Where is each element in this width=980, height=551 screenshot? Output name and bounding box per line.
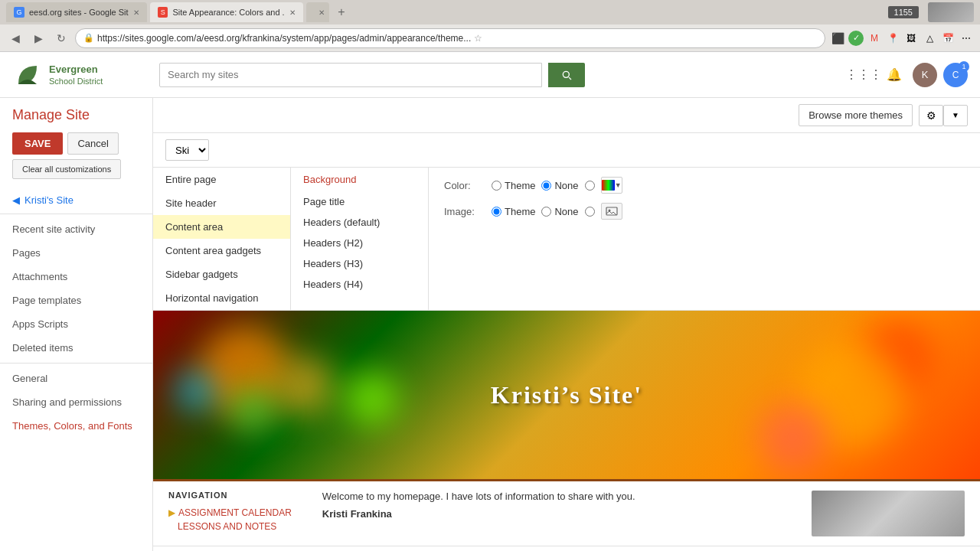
section-content-gadgets[interactable]: Content area gadgets — [153, 239, 290, 262]
sidebar-item-page-templates[interactable]: Page templates — [0, 289, 152, 312]
nav-bar: ◀ ▶ ↻ 🔒 https://sites.google.com/a/eesd.… — [0, 24, 980, 52]
page-layout: Evergreen School District ⋮⋮⋮ 🔔 K C 1 — [0, 52, 980, 551]
check-icon[interactable]: ✓ — [848, 31, 864, 46]
option-headers-h4[interactable]: Headers (H4) — [291, 274, 428, 295]
image-theme-option[interactable]: Theme — [492, 206, 535, 217]
sidebar-item-sharing[interactable]: Sharing and permissions — [0, 390, 152, 414]
ski-selector[interactable]: Ski — [165, 139, 209, 161]
color-none-radio[interactable] — [541, 181, 551, 191]
tab-1[interactable]: G eesd.org sites - Google Sites ✕ — [6, 2, 147, 22]
calendar-icon[interactable]: 📅 — [940, 31, 956, 46]
tab-3-close[interactable]: ✕ — [318, 8, 325, 17]
nav-link-2[interactable]: LESSONS AND NOTES — [178, 520, 292, 533]
section-site-header[interactable]: Site header — [153, 191, 290, 215]
option-headers-h2[interactable]: Headers (H2) — [291, 233, 428, 253]
tab-bar: G eesd.org sites - Google Sites ✕ S Site… — [0, 0, 980, 24]
sidebar-item-pages[interactable]: Pages — [0, 241, 152, 265]
tab-1-label: eesd.org sites - Google Sites — [29, 8, 129, 17]
image-none-label: None — [554, 206, 578, 217]
tab-2[interactable]: S Site Appearance: Colors and ... ✕ — [150, 2, 303, 22]
color-picker-button[interactable]: ▼ — [601, 177, 622, 194]
preview-site-title: Kristi’s Site — [491, 381, 642, 409]
avatar[interactable]: K — [913, 63, 937, 87]
sidebar-item-deleted[interactable]: Deleted items — [0, 336, 152, 360]
search-input[interactable] — [159, 63, 542, 87]
color-setting-row: Color: Theme None — [444, 177, 965, 194]
cancel-button[interactable]: Cancel — [67, 132, 118, 155]
nav-link-1[interactable]: ▶ ASSIGNMENT CALENDAR — [168, 506, 292, 520]
more-icon[interactable]: ⋯ — [959, 31, 974, 46]
address-bar[interactable]: 🔒 https://sites.google.com/a/eesd.org/kf… — [75, 28, 825, 48]
image-setting-row: Image: Theme None — [444, 203, 965, 220]
back-link[interactable]: ◀ Kristi's Site — [0, 194, 152, 210]
settings-column: Color: Theme None — [429, 168, 980, 310]
image-radio-group: Theme None — [492, 203, 622, 220]
sidebar-item-apps-scripts[interactable]: Apps Scripts — [0, 312, 152, 336]
tab-1-close[interactable]: ✕ — [133, 8, 139, 17]
chrome-icon-wrap: C 1 — [943, 63, 968, 87]
gear-button[interactable]: ⚙ — [919, 105, 943, 126]
image-picker-button[interactable] — [601, 203, 622, 220]
browse-themes-button[interactable]: Browse more themes — [799, 104, 913, 126]
apps-icon[interactable]: ⋮⋮⋮ — [851, 63, 876, 87]
action-buttons: SAVE Cancel Clear all customizations — [12, 132, 140, 179]
maps-icon[interactable]: 📍 — [885, 31, 900, 46]
extensions-icon[interactable]: ⬛ — [830, 31, 845, 46]
nav-link-1-label: ASSIGNMENT CALENDAR — [178, 507, 292, 518]
bookmark-icon[interactable]: ☆ — [474, 33, 482, 44]
option-page-title[interactable]: Page title — [291, 191, 428, 212]
tab-2-label: Site Appearance: Colors and ... — [172, 8, 285, 17]
preview-content-area: Welcome to my homepage. I have lots of i… — [322, 491, 781, 536]
sidebar-item-recent[interactable]: Recent site activity — [0, 217, 152, 241]
bokeh-7 — [345, 372, 398, 425]
bokeh-4 — [176, 372, 214, 410]
clear-customizations-button[interactable]: Clear all customizations — [12, 159, 121, 179]
gear-dropdown: ⚙ ▼ — [919, 105, 968, 126]
sidebar-item-attachments[interactable]: Attachments — [0, 265, 152, 289]
notifications-icon[interactable]: 🔔 — [882, 63, 906, 87]
photos-icon[interactable]: 🖼 — [903, 31, 919, 46]
image-theme-radio[interactable] — [492, 207, 501, 217]
background-title: Background — [291, 168, 428, 191]
option-headers-default[interactable]: Headers (default) — [291, 212, 428, 233]
drive-icon[interactable]: △ — [922, 31, 937, 46]
nav-arrow-1: ▶ — [168, 507, 175, 518]
image-none-option[interactable]: None — [541, 206, 578, 217]
new-tab-button[interactable]: + — [332, 3, 351, 21]
tab-2-close[interactable]: ✕ — [289, 8, 296, 17]
color-theme-label: Theme — [505, 180, 535, 191]
color-theme-option[interactable]: Theme — [492, 180, 535, 191]
section-sidebar-gadgets[interactable]: Sidebar gadgets — [153, 262, 290, 286]
bokeh-2 — [276, 357, 337, 418]
section-entire-page[interactable]: Entire page — [153, 168, 290, 191]
refresh-button[interactable]: ↻ — [52, 29, 70, 47]
color-none-label: None — [554, 180, 578, 191]
nav-section-title: NAVIGATION — [168, 491, 292, 500]
image-none-radio[interactable] — [541, 207, 551, 217]
top-right-info: 1155 — [888, 6, 919, 18]
color-custom-option[interactable] — [585, 181, 595, 191]
search-button[interactable] — [548, 63, 585, 87]
sidebar-item-themes[interactable]: Themes, Colors, and Fonts — [0, 414, 152, 438]
option-headers-h3[interactable]: Headers (H3) — [291, 253, 428, 274]
tab-favicon-2: S — [158, 7, 168, 18]
sidebar-divider-2 — [0, 363, 152, 364]
tab-3[interactable]: ✕ — [306, 2, 329, 22]
save-button[interactable]: SAVE — [12, 132, 63, 155]
gmail-icon[interactable]: M — [867, 31, 882, 46]
gear-dropdown-arrow[interactable]: ▼ — [943, 105, 968, 126]
forward-button[interactable]: ▶ — [29, 29, 47, 47]
bokeh-8 — [758, 403, 827, 471]
color-label: Color: — [444, 180, 482, 191]
section-horizontal-nav[interactable]: Horizontal navigation — [153, 286, 290, 310]
section-content-area[interactable]: Content area — [153, 215, 290, 239]
image-custom-option[interactable] — [585, 207, 595, 217]
color-theme-radio[interactable] — [492, 181, 501, 191]
image-theme-label: Theme — [505, 206, 535, 217]
theme-top-bar: Browse more themes ⚙ ▼ — [153, 98, 980, 133]
color-custom-radio[interactable] — [585, 181, 595, 191]
sidebar-item-general[interactable]: General — [0, 367, 152, 390]
color-none-option[interactable]: None — [541, 180, 578, 191]
image-custom-radio[interactable] — [585, 207, 595, 217]
back-button[interactable]: ◀ — [6, 29, 24, 47]
